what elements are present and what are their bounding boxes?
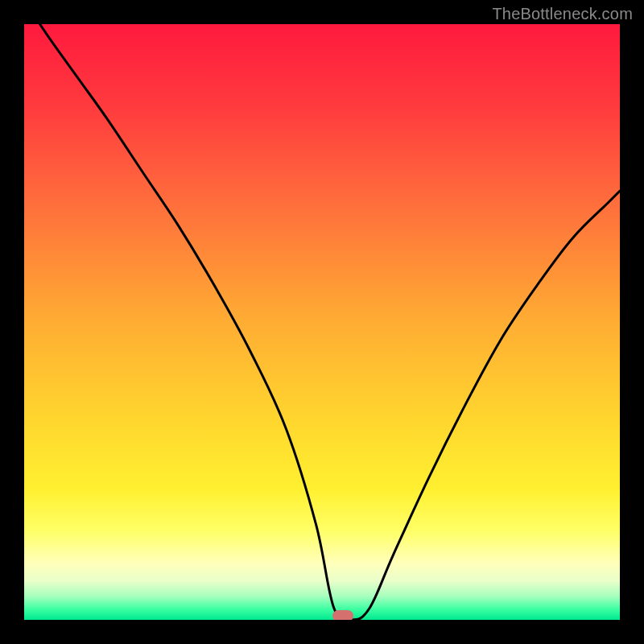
bottleneck-curve: [24, 24, 620, 620]
curve-layer: [24, 24, 620, 620]
chart-frame: TheBottleneck.com: [0, 0, 644, 644]
optimal-marker: [332, 610, 353, 620]
plot-area: [24, 24, 620, 620]
watermark-text: TheBottleneck.com: [492, 5, 633, 23]
